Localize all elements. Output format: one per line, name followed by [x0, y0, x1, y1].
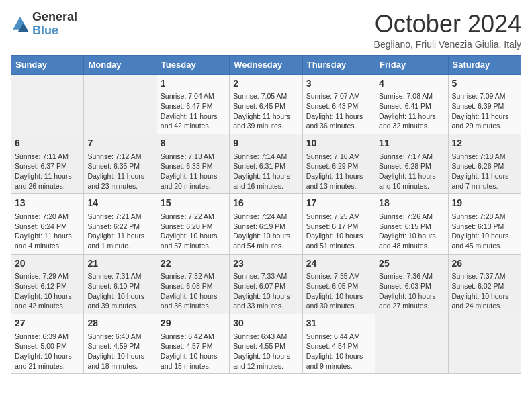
- sunset-text: Sunset: 6:37 PM: [15, 161, 80, 171]
- sunset-text: Sunset: 6:33 PM: [161, 161, 226, 171]
- sunrise-text: Sunrise: 7:29 AM: [15, 271, 80, 281]
- calendar-cell: [448, 314, 521, 373]
- day-number: 4: [379, 77, 444, 91]
- daylight-text: Daylight: 11 hours and 23 minutes.: [87, 171, 152, 191]
- sunrise-text: Sunrise: 7:16 AM: [306, 152, 371, 162]
- day-number: 28: [87, 317, 152, 330]
- calendar-week-2: 6Sunrise: 7:11 AMSunset: 6:37 PMDaylight…: [11, 134, 521, 193]
- calendar-cell: 22Sunrise: 7:32 AMSunset: 6:08 PMDayligh…: [157, 254, 229, 314]
- logo-line1: General: [32, 11, 77, 24]
- day-number: 9: [233, 137, 298, 150]
- calendar-cell: [11, 74, 84, 134]
- title-block: October 2024 Begliano, Friuli Venezia Gi…: [374, 11, 521, 50]
- daylight-text: Daylight: 10 hours and 30 minutes.: [306, 291, 371, 311]
- calendar-cell: 11Sunrise: 7:17 AMSunset: 6:28 PMDayligh…: [375, 134, 448, 193]
- calendar-table: SundayMondayTuesdayWednesdayThursdayFrid…: [11, 55, 521, 375]
- sunrise-text: Sunrise: 7:21 AM: [87, 212, 152, 222]
- calendar-cell: 4Sunrise: 7:08 AMSunset: 6:41 PMDaylight…: [375, 74, 448, 134]
- sunset-text: Sunset: 6:17 PM: [306, 222, 371, 232]
- calendar-cell: 27Sunrise: 6:39 AMSunset: 5:00 PMDayligh…: [11, 314, 84, 373]
- daylight-text: Daylight: 10 hours and 48 minutes.: [379, 231, 444, 250]
- day-number: 20: [15, 257, 80, 271]
- calendar-week-3: 13Sunrise: 7:20 AMSunset: 6:24 PMDayligh…: [11, 194, 521, 254]
- day-number: 24: [306, 257, 371, 271]
- day-number: 5: [452, 77, 517, 91]
- day-number: 1: [161, 77, 226, 91]
- sunrise-text: Sunrise: 6:39 AM: [15, 332, 80, 342]
- calendar-cell: 2Sunrise: 7:05 AMSunset: 6:45 PMDaylight…: [230, 74, 302, 134]
- daylight-text: Daylight: 11 hours and 7 minutes.: [452, 171, 517, 191]
- day-number: 3: [306, 77, 371, 91]
- logo-icon: [11, 15, 30, 34]
- sunset-text: Sunset: 6:07 PM: [233, 281, 298, 291]
- sunset-text: Sunset: 6:43 PM: [306, 101, 371, 111]
- day-number: 29: [161, 317, 226, 330]
- day-header-sunday: Sunday: [11, 55, 84, 74]
- calendar-cell: 8Sunrise: 7:13 AMSunset: 6:33 PMDaylight…: [157, 134, 229, 193]
- day-number: 13: [15, 197, 80, 210]
- sunrise-text: Sunrise: 7:04 AM: [161, 91, 226, 101]
- daylight-text: Daylight: 10 hours and 36 minutes.: [161, 291, 226, 311]
- sunrise-text: Sunrise: 7:36 AM: [379, 271, 444, 281]
- sunrise-text: Sunrise: 7:13 AM: [161, 152, 226, 162]
- daylight-text: Daylight: 10 hours and 12 minutes.: [233, 351, 298, 371]
- day-number: 19: [452, 197, 517, 210]
- daylight-text: Daylight: 10 hours and 33 minutes.: [233, 291, 298, 311]
- calendar-cell: 19Sunrise: 7:28 AMSunset: 6:13 PMDayligh…: [448, 194, 521, 254]
- calendar-cell: 13Sunrise: 7:20 AMSunset: 6:24 PMDayligh…: [11, 194, 84, 254]
- calendar-cell: 1Sunrise: 7:04 AMSunset: 6:47 PMDaylight…: [157, 74, 229, 134]
- sunrise-text: Sunrise: 7:32 AM: [161, 271, 226, 281]
- sunrise-text: Sunrise: 7:28 AM: [452, 212, 517, 222]
- day-header-monday: Monday: [84, 55, 157, 74]
- calendar-header-row: SundayMondayTuesdayWednesdayThursdayFrid…: [11, 55, 521, 74]
- day-number: 17: [306, 197, 371, 210]
- sunset-text: Sunset: 6:10 PM: [87, 281, 152, 291]
- day-number: 16: [233, 197, 298, 210]
- calendar-week-4: 20Sunrise: 7:29 AMSunset: 6:12 PMDayligh…: [11, 254, 521, 314]
- sunset-text: Sunset: 6:05 PM: [306, 281, 371, 291]
- day-number: 14: [87, 197, 152, 210]
- day-header-wednesday: Wednesday: [230, 55, 302, 74]
- calendar-week-1: 1Sunrise: 7:04 AMSunset: 6:47 PMDaylight…: [11, 74, 521, 134]
- location: Begliano, Friuli Venezia Giulia, Italy: [374, 39, 521, 50]
- sunset-text: Sunset: 6:28 PM: [379, 161, 444, 171]
- sunset-text: Sunset: 6:20 PM: [161, 222, 226, 232]
- sunrise-text: Sunrise: 7:24 AM: [233, 212, 298, 222]
- month-title: October 2024: [374, 11, 521, 38]
- sunset-text: Sunset: 4:54 PM: [306, 341, 371, 351]
- sunrise-text: Sunrise: 7:35 AM: [306, 271, 371, 281]
- sunrise-text: Sunrise: 7:22 AM: [161, 212, 226, 222]
- day-number: 26: [452, 257, 517, 271]
- sunset-text: Sunset: 6:41 PM: [379, 101, 444, 111]
- daylight-text: Daylight: 10 hours and 24 minutes.: [452, 291, 517, 311]
- daylight-text: Daylight: 11 hours and 42 minutes.: [161, 111, 226, 131]
- daylight-text: Daylight: 11 hours and 16 minutes.: [233, 171, 298, 191]
- sunset-text: Sunset: 6:12 PM: [15, 281, 80, 291]
- calendar-cell: 5Sunrise: 7:09 AMSunset: 6:39 PMDaylight…: [448, 74, 521, 134]
- sunrise-text: Sunrise: 7:12 AM: [87, 152, 152, 162]
- day-number: 11: [379, 137, 444, 150]
- sunset-text: Sunset: 6:13 PM: [452, 222, 517, 232]
- sunset-text: Sunset: 6:45 PM: [233, 101, 298, 111]
- calendar-cell: 9Sunrise: 7:14 AMSunset: 6:31 PMDaylight…: [230, 134, 302, 193]
- sunrise-text: Sunrise: 7:31 AM: [87, 271, 152, 281]
- sunset-text: Sunset: 6:22 PM: [87, 222, 152, 232]
- day-number: 7: [87, 137, 152, 150]
- page-header: General Blue October 2024 Begliano, Friu…: [11, 11, 521, 50]
- day-number: 10: [306, 137, 371, 150]
- daylight-text: Daylight: 10 hours and 21 minutes.: [15, 351, 80, 371]
- sunset-text: Sunset: 6:02 PM: [452, 281, 517, 291]
- calendar-cell: 24Sunrise: 7:35 AMSunset: 6:05 PMDayligh…: [302, 254, 375, 314]
- sunset-text: Sunset: 6:47 PM: [161, 101, 226, 111]
- day-number: 8: [161, 137, 226, 150]
- calendar-cell: 3Sunrise: 7:07 AMSunset: 6:43 PMDaylight…: [302, 74, 375, 134]
- day-number: 25: [379, 257, 444, 271]
- sunrise-text: Sunrise: 7:33 AM: [233, 271, 298, 281]
- daylight-text: Daylight: 11 hours and 36 minutes.: [306, 111, 371, 131]
- sunrise-text: Sunrise: 6:44 AM: [306, 332, 371, 342]
- sunrise-text: Sunrise: 7:25 AM: [306, 212, 371, 222]
- sunrise-text: Sunrise: 7:07 AM: [306, 91, 371, 101]
- calendar-cell: 28Sunrise: 6:40 AMSunset: 4:59 PMDayligh…: [84, 314, 157, 373]
- sunset-text: Sunset: 6:03 PM: [379, 281, 444, 291]
- calendar-cell: 26Sunrise: 7:37 AMSunset: 6:02 PMDayligh…: [448, 254, 521, 314]
